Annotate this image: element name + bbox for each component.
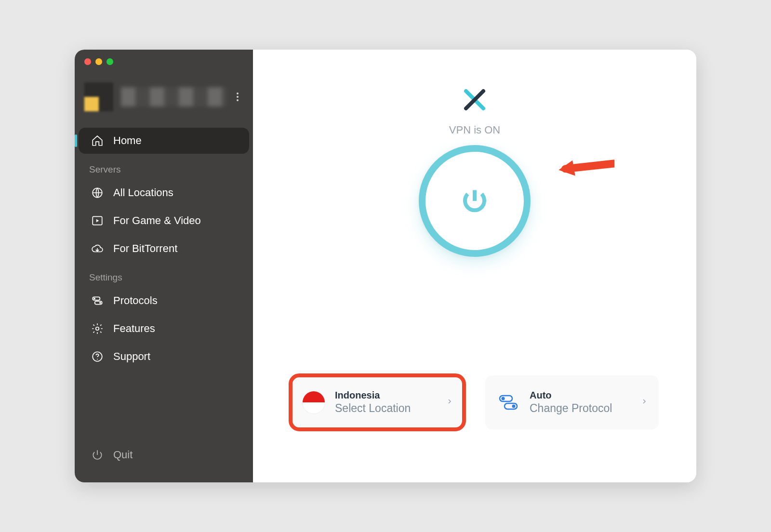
sidebar-item-label: Protocols [113,294,158,307]
cloud-download-icon [91,242,104,255]
home-icon [91,134,104,147]
sidebar-item-game-video[interactable]: For Game & Video [79,208,249,234]
sidebar-item-label: All Locations [113,186,173,199]
play-icon [91,214,104,227]
window-controls [75,50,253,65]
sidebar-item-label: Home [113,134,142,147]
sidebar-footer: Quit [75,432,253,482]
location-subtitle: Select Location [335,402,437,415]
card-text: Auto Change Protocol [530,390,632,415]
power-icon [91,449,104,461]
quit-button[interactable]: Quit [79,442,249,468]
location-title: Indonesia [335,390,437,401]
help-icon [91,350,104,363]
sidebar-section-servers: Servers [79,156,249,178]
sidebar-item-all-locations[interactable]: All Locations [79,180,249,206]
sidebar-item-home[interactable]: Home [79,128,249,154]
vpn-toggle-button[interactable] [419,145,531,257]
sidebar-nav: Home Servers All Locations For Game & Vi… [75,123,253,432]
chevron-right-icon [640,398,648,407]
app-window: Home Servers All Locations For Game & Vi… [75,50,696,482]
app-logo-icon [463,88,486,113]
svg-point-8 [97,359,98,360]
svg-point-12 [512,405,516,408]
sidebar-item-label: Features [113,322,155,335]
sidebar-item-bittorrent[interactable]: For BitTorrent [79,236,249,262]
action-cards: Indonesia Select Location [253,375,696,429]
sidebar: Home Servers All Locations For Game & Vi… [75,50,253,482]
card-text: Indonesia Select Location [335,390,437,415]
sidebar-section-settings: Settings [79,264,249,286]
svg-point-3 [93,298,95,300]
flag-indonesia-icon [301,390,326,415]
annotation-arrow-icon [557,136,614,196]
protocol-title: Auto [530,390,632,401]
sidebar-item-label: Support [113,350,150,363]
vpn-status-text: VPN is ON [449,124,500,136]
user-profile-area [75,65,253,123]
protocol-toggles-icon [496,390,521,415]
quit-label: Quit [113,449,133,461]
sidebar-item-support[interactable]: Support [79,344,249,370]
sidebar-item-features[interactable]: Features [79,316,249,342]
main-content: VPN is ON Indonesia Select Location [253,50,696,482]
more-menu-button[interactable] [232,91,243,103]
svg-point-10 [502,397,505,400]
globe-icon [91,186,104,199]
close-window-button[interactable] [84,58,91,65]
select-location-card[interactable]: Indonesia Select Location [291,375,464,429]
sidebar-item-label: For Game & Video [113,214,201,227]
change-protocol-card[interactable]: Auto Change Protocol [485,375,659,429]
svg-point-6 [96,327,99,331]
user-name-redacted [121,87,227,106]
gear-icon [91,322,104,335]
user-avatar [84,82,113,111]
sidebar-item-protocols[interactable]: Protocols [79,288,249,314]
svg-point-5 [99,302,101,304]
chevron-right-icon [446,398,453,407]
protocol-subtitle: Change Protocol [530,402,632,415]
minimize-window-button[interactable] [95,58,102,65]
zoom-window-button[interactable] [106,58,113,65]
toggles-icon [91,294,104,307]
sidebar-item-label: For BitTorrent [113,242,177,255]
